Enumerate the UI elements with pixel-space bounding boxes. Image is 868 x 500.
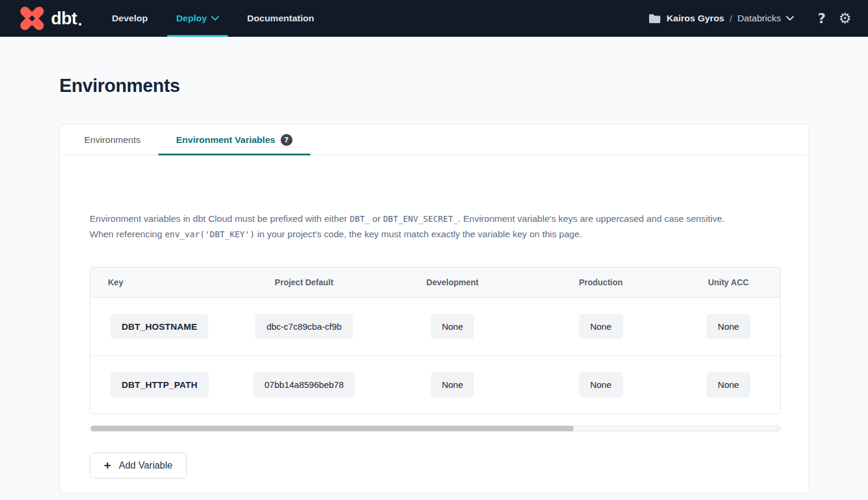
variable-value-pill[interactable]: dbc-c7c89cba-cf9b [255,314,353,339]
tab-label: Environment Variables [176,135,275,145]
account-switcher[interactable]: Kairos Gyros / Databricks [648,13,794,24]
gear-icon[interactable]: ⚙ [838,11,851,26]
horizontal-scrollbar[interactable] [90,425,781,432]
project-name: Kairos Gyros [666,13,724,24]
variable-value-pill[interactable]: None [579,314,623,339]
tab-label: Environments [84,135,141,145]
description-segment: in your project's code, the key must mat… [255,229,582,239]
table-body: DBT_HOSTNAMEdbc-c7c89cba-cf9bNoneNoneNon… [90,297,780,413]
scrollbar-thumb[interactable] [91,426,574,431]
variable-key-pill[interactable]: DBT_HOSTNAME [110,314,208,339]
nav-item-label: Deploy [176,13,207,24]
nav-item-label: Documentation [247,13,314,24]
description-text: Environment variables in dbt Cloud must … [90,211,781,242]
dbt-logo[interactable]: dbt [17,0,77,37]
description-segment: Environment variables in dbt Cloud must … [90,214,350,224]
column-header-development: Development [380,267,524,297]
nav-item-deploy[interactable]: Deploy [167,0,228,37]
brand-name: dbt [51,9,77,28]
page-title: Environments [59,76,809,96]
tab-bar: Environments Environment Variables ? [60,125,809,155]
code-snippet: DBT_ [350,214,370,224]
description-segment: or [370,214,383,224]
add-variable-label: Add Variable [119,460,172,471]
variable-value-pill[interactable]: None [579,372,623,397]
folder-icon [648,14,661,24]
chevron-down-icon [786,16,794,21]
active-nav-underline [167,35,228,37]
nav-item-documentation[interactable]: Documentation [239,0,323,37]
column-header-project-default: Project Default [228,267,380,297]
chevron-down-icon [211,16,219,21]
page-content: Environments Environments Environment Va… [0,76,868,493]
description-segment: . Environment variable's keys are upperc… [458,214,724,224]
table-header-row: KeyProject DefaultDevelopmentProductionU… [90,267,780,297]
variable-value-pill[interactable]: None [707,314,751,339]
card-body: Environment variables in dbt Cloud must … [60,211,809,479]
variable-value-pill[interactable]: None [431,372,475,397]
help-icon[interactable]: ? [818,11,825,26]
top-nav: dbt Develop Deploy Documentation Kairos … [0,0,868,37]
code-snippet: DBT_ENV_SECRET_ [383,214,458,224]
nav-item-develop[interactable]: Develop [103,0,157,37]
primary-nav: Develop Deploy Documentation [103,0,323,37]
nav-item-label: Develop [112,13,148,24]
variable-value-pill[interactable]: 07bb14a8596beb78 [253,372,355,397]
table-row: DBT_HTTP_PATH07bb14a8596beb78NoneNoneNon… [90,355,780,413]
add-variable-button[interactable]: + Add Variable [90,453,187,479]
tab-help-icon[interactable]: ? [281,134,292,146]
variable-value-pill[interactable]: None [707,372,751,397]
column-header-production: Production [525,267,677,297]
deployment-name: Databricks [737,13,781,24]
variable-value-pill[interactable]: None [431,314,475,339]
variable-key-pill[interactable]: DBT_HTTP_PATH [110,372,209,397]
code-snippet: env_var('DBT_KEY') [165,230,255,239]
variables-table: KeyProject DefaultDevelopmentProductionU… [90,267,780,413]
description-segment: When referencing [90,229,165,239]
breadcrumb-separator: / [730,14,732,24]
column-header-unity-acc: Unity ACC [677,267,780,297]
variables-table-container: KeyProject DefaultDevelopmentProductionU… [90,267,781,414]
dbt-logo-icon [17,5,47,32]
active-tab-underline [158,154,310,155]
tab-environment-variables[interactable]: Environment Variables ? [158,125,310,155]
nav-right: Kairos Gyros / Databricks ? ⚙ [648,0,851,37]
plus-icon: + [104,459,111,472]
environments-card: Environments Environment Variables ? Env… [59,124,809,493]
tab-environments[interactable]: Environments [66,125,158,155]
column-header-key: Key [90,267,228,297]
table-row: DBT_HOSTNAMEdbc-c7c89cba-cf9bNoneNoneNon… [90,297,780,355]
